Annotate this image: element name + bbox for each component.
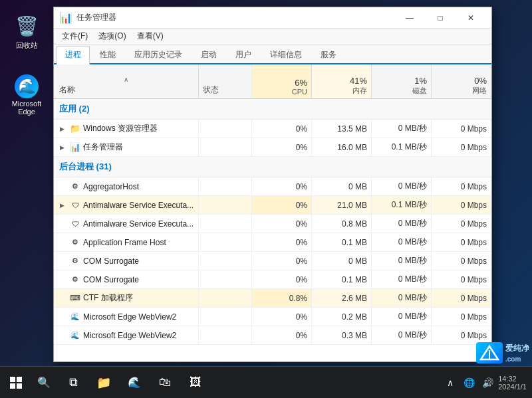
table-row[interactable]: ▶ 📊 任务管理器 0% 16.0 MB 0.1 MB/秒 0 Mbps: [54, 138, 491, 157]
proc-name-cell: ▶ 🌊 Microsoft Edge WebView2: [54, 326, 199, 344]
search-button[interactable]: 🔍: [32, 367, 56, 399]
proc-label: Windows 资源管理器: [83, 123, 158, 134]
proc-net: 0 Mbps: [432, 270, 491, 288]
table-row[interactable]: ▶ ⚙ AggregatorHost 0% 0 MB 0 MB/秒 0 Mbps: [54, 177, 491, 196]
recycle-bin-icon: 🗑️: [13, 13, 40, 39]
proc-mem: 0.1 MB: [312, 270, 372, 288]
proc-cpu: 0%: [252, 270, 312, 288]
expand-icon[interactable]: ▶: [57, 142, 67, 153]
minimize-button[interactable]: —: [394, 7, 425, 29]
table-row[interactable]: ▶ 🛡 Antimalware Service Executa... 0% 0.…: [54, 215, 491, 233]
table-row[interactable]: ▶ ⚙ Application Frame Host 0% 0.1 MB 0 M…: [54, 233, 491, 252]
col-network[interactable]: 0% 网络: [432, 64, 491, 98]
proc-status: [199, 289, 252, 307]
proc-disk: 0 MB/秒: [372, 270, 432, 288]
tab-users[interactable]: 用户: [227, 46, 260, 63]
menu-options[interactable]: 选项(O): [93, 29, 131, 43]
proc-cpu: 0%: [252, 196, 312, 214]
taskbar: 🔍 ⧉ 📁 🌊 🛍 🖼 ∧ 🌐 🔊 14:322024/1/1: [0, 366, 532, 398]
proc-mem: 21.0 MB: [312, 196, 372, 214]
tab-details[interactable]: 详细信息: [261, 46, 311, 63]
col-memory[interactable]: 41% 内存: [312, 64, 372, 98]
proc-label: Microsoft Edge WebView2: [83, 312, 176, 322]
proc-cpu: 0%: [252, 252, 312, 270]
taskbar-pinned-icons: ⧉ 📁 🌊 🛍 🖼: [59, 368, 210, 397]
proc-disk: 0.1 MB/秒: [372, 138, 432, 156]
close-button[interactable]: ✕: [456, 7, 486, 29]
proc-status: [199, 233, 252, 251]
tray-network[interactable]: 🌐: [461, 375, 477, 391]
proc-name-cell: ▶ ⚙ AggregatorHost: [54, 177, 199, 195]
proc-label: 任务管理器: [83, 142, 123, 153]
watermark-text: 爱纯净 .com: [505, 343, 529, 363]
expand-icon[interactable]: ▶: [57, 124, 67, 134]
expand-icon[interactable]: ▶: [57, 200, 67, 211]
antimalware-icon: 🛡: [70, 200, 80, 211]
tray-volume[interactable]: 🔊: [479, 375, 495, 391]
taskbar-task-view[interactable]: ⧉: [59, 368, 88, 397]
table-row[interactable]: ▶ ⌨ CTF 加载程序 0.8% 2.6 MB 0 MB/秒 0 Mbps: [54, 289, 491, 308]
com-surrogate2-icon: ⚙: [70, 274, 80, 285]
desktop-icon-recycle-bin[interactable]: 🗑️ 回收站: [5, 10, 48, 53]
proc-disk: 0 MB/秒: [372, 252, 432, 270]
taskbar-photos[interactable]: 🖼: [181, 368, 210, 397]
proc-cpu: 0%: [252, 177, 312, 195]
ctf-icon: ⌨: [70, 293, 80, 304]
table-row[interactable]: ▶ ⚙ COM Surrogate 0% 0 MB 0 MB/秒 0 Mbps: [54, 252, 491, 270]
file-explorer-icon: 📁: [70, 124, 80, 134]
table-row[interactable]: ▶ ⚙ COM Surrogate 0% 0.1 MB 0 MB/秒 0 Mbp…: [54, 270, 491, 289]
process-list[interactable]: 应用 (2) ▶ 📁 Windows 资源管理器 0% 13.5 MB 0 MB…: [54, 99, 491, 361]
table-row[interactable]: ▶ 🌊 Microsoft Edge WebView2 0% 0.3 MB 0 …: [54, 326, 491, 345]
proc-mem: 0.8 MB: [312, 215, 372, 233]
taskmanager-row-icon: 📊: [70, 142, 80, 153]
edge-webview1-icon: 🌊: [70, 312, 80, 322]
menu-file[interactable]: 文件(F): [57, 29, 93, 43]
table-row[interactable]: ▶ 📁 Windows 资源管理器 0% 13.5 MB 0 MB/秒 0 Mb…: [54, 120, 491, 138]
tab-app-history[interactable]: 应用历史记录: [126, 46, 191, 63]
proc-label: Application Frame Host: [83, 238, 166, 247]
tab-services[interactable]: 服务: [312, 46, 345, 63]
svg-rect-6: [17, 383, 22, 389]
desktop-icon-edge[interactable]: 🌊 MicrosoftEdge: [5, 72, 48, 118]
tab-bar: 进程 性能 应用历史记录 启动 用户 详细信息 服务: [54, 45, 491, 64]
proc-status: [199, 270, 252, 288]
proc-name-cell: ▶ 📊 任务管理器: [54, 138, 199, 156]
proc-label: AggregatorHost: [83, 182, 139, 191]
tab-startup[interactable]: 启动: [192, 46, 225, 63]
maximize-button[interactable]: □: [425, 7, 456, 29]
proc-mem: 0 MB: [312, 177, 372, 195]
proc-cpu: 0%: [252, 120, 312, 138]
table-row[interactable]: ▶ 🌊 Microsoft Edge WebView2 0% 0.2 MB 0 …: [54, 308, 491, 326]
tab-processes[interactable]: 进程: [57, 46, 90, 64]
proc-net: 0 Mbps: [432, 326, 491, 344]
col-name[interactable]: ∧ 名称: [54, 64, 199, 98]
proc-net: 0 Mbps: [432, 196, 491, 214]
table-row[interactable]: ▶ 🛡 Antimalware Service Executa... 0% 21…: [54, 196, 491, 215]
edge-icon: 🌊: [15, 74, 39, 98]
col-disk[interactable]: 1% 磁盘: [372, 64, 432, 98]
tray-chevron[interactable]: ∧: [442, 375, 458, 391]
proc-net: 0 Mbps: [432, 215, 491, 233]
col-status[interactable]: 状态: [199, 64, 252, 98]
tab-performance[interactable]: 性能: [91, 46, 124, 63]
proc-mem: 0 MB: [312, 252, 372, 270]
sort-arrow-icon: ∧: [59, 76, 193, 83]
menu-view[interactable]: 查看(V): [132, 29, 169, 43]
start-button[interactable]: [0, 367, 32, 399]
taskbar-store[interactable]: 🛍: [150, 368, 180, 397]
section-apps: 应用 (2): [54, 99, 491, 120]
proc-disk: 0 MB/秒: [372, 326, 432, 344]
proc-label: COM Surrogate: [83, 256, 139, 266]
col-cpu[interactable]: 6% CPU: [252, 64, 312, 98]
system-tray: ∧ 🌐 🔊 14:322024/1/1: [442, 375, 532, 391]
desktop: 🗑️ 回收站 🌊 MicrosoftEdge 📊 任务管理器 — □ ✕ 文件(…: [0, 0, 532, 398]
proc-name-cell: ▶ ⚙ COM Surrogate: [54, 252, 199, 270]
window-title: 任务管理器: [76, 12, 394, 23]
proc-status: [199, 308, 252, 326]
proc-mem: 2.6 MB: [312, 289, 372, 307]
section-background: 后台进程 (31): [54, 157, 491, 177]
taskbar-file-explorer[interactable]: 📁: [89, 368, 118, 397]
taskbar-edge[interactable]: 🌊: [120, 368, 149, 397]
proc-disk: 0 MB/秒: [372, 289, 432, 307]
process-content: ∧ 名称 状态 6% CPU 41% 内存 1% 磁盘 0%: [54, 64, 491, 361]
